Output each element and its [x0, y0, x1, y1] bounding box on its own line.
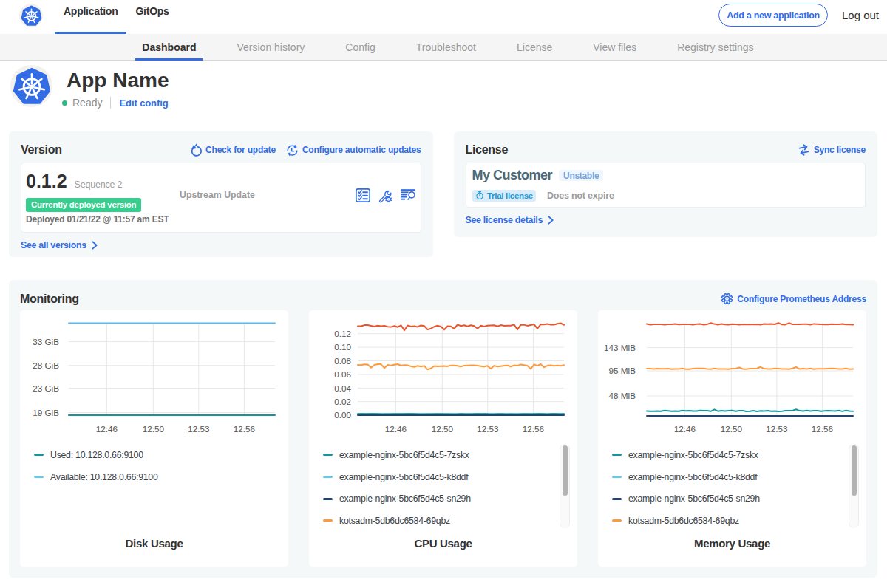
svg-text:12:53: 12:53 [766, 424, 787, 434]
svg-text:12:53: 12:53 [188, 424, 209, 434]
svg-text:0.08: 0.08 [334, 355, 351, 365]
svg-text:28 GiB: 28 GiB [33, 360, 59, 369]
svg-text:12:50: 12:50 [143, 424, 165, 434]
svg-text:0.12: 0.12 [334, 328, 351, 338]
svg-text:12:46: 12:46 [96, 424, 118, 434]
svg-text:48 MiB: 48 MiB [609, 391, 636, 400]
svg-text:12:56: 12:56 [812, 424, 833, 434]
svg-text:12:53: 12:53 [477, 424, 498, 434]
svg-text:12:46: 12:46 [385, 424, 407, 434]
svg-text:0.06: 0.06 [334, 369, 351, 379]
svg-text:12:50: 12:50 [432, 424, 454, 434]
svg-text:12:56: 12:56 [234, 424, 255, 434]
svg-text:143 MiB: 143 MiB [604, 342, 636, 352]
svg-text:12:46: 12:46 [674, 424, 696, 434]
svg-text:19 GiB: 19 GiB [33, 407, 59, 417]
svg-text:12:56: 12:56 [523, 424, 544, 434]
svg-text:95 MiB: 95 MiB [609, 366, 636, 375]
svg-text:12:50: 12:50 [721, 424, 743, 434]
svg-text:0.10: 0.10 [334, 342, 351, 352]
svg-text:33 GiB: 33 GiB [33, 336, 59, 346]
svg-text:23 GiB: 23 GiB [33, 383, 59, 392]
svg-text:0.04: 0.04 [334, 383, 351, 392]
svg-text:0.02: 0.02 [334, 396, 351, 406]
svg-text:0.00: 0.00 [334, 410, 351, 420]
